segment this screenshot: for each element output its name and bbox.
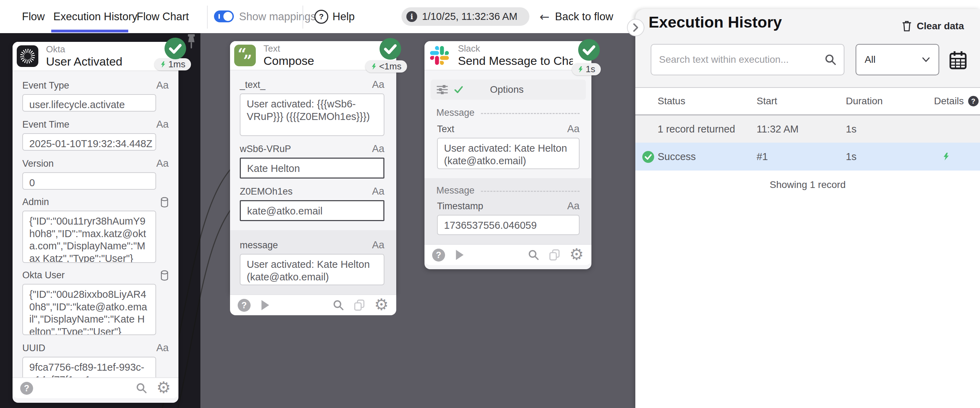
col-status[interactable]: Status [658,96,757,107]
execution-search[interactable] [651,44,845,75]
duration-badge: <1ms [365,61,407,73]
clear-data-button[interactable]: Clear data [902,20,964,32]
gear-icon[interactable]: ⚙ [570,246,584,262]
card-title: User Activated [46,55,123,68]
field-value-admin[interactable]: {"ID":"00u11ryr38hAumY9h0h8","ID":"max.k… [22,210,156,263]
gear-icon[interactable]: ⚙ [374,296,388,312]
field-label: wSb6-VRuP [240,143,291,155]
output-field-label: message [240,240,278,251]
text-type-icon: Aa [156,158,169,169]
field-value-version[interactable]: 0 [22,172,156,190]
app-name: Text [264,44,314,54]
field-value-text-template[interactable]: User activated: {{{wSb6-VRuP}}} ({{{Z0EM… [240,94,384,136]
card-header[interactable]: Okta User Activated 1ms [13,42,178,71]
card-footer: ? ⚙ [425,244,592,265]
help-button[interactable]: ? Help [314,0,355,33]
okta-app-icon [17,45,38,67]
success-check-icon [380,38,401,60]
text-type-icon: Aa [372,79,384,90]
success-check-icon [642,151,654,163]
copy-icon[interactable] [549,249,560,261]
object-type-icon [160,270,169,281]
gear-icon[interactable]: ⚙ [156,379,171,395]
card-title: Compose [264,54,314,67]
search-icon[interactable] [135,382,147,394]
card-header[interactable]: Slack Send Message to Channel 1s [425,41,592,70]
copy-icon[interactable] [353,299,365,311]
text-type-icon: Aa [567,200,579,212]
col-details[interactable]: Details ? [934,96,980,107]
search-input[interactable] [658,54,824,65]
field-label: Version [22,158,54,169]
card-text-compose[interactable]: “ „ Text Compose <1ms _text_ [230,41,396,296]
field-value-email[interactable]: kate@atko.email [240,200,384,221]
col-duration[interactable]: Duration [846,96,934,107]
options-check-icon [454,85,463,94]
play-icon[interactable] [454,249,465,261]
card-okta-user-activated[interactable]: Okta User Activated 1ms [13,42,178,403]
field-value-event-time[interactable]: 2025-01-10T19:32:34.448Z [22,133,156,151]
execution-timestamp: 1/10/25, 11:32:36 AM [422,11,517,22]
tab-flow[interactable]: Flow [22,0,45,33]
back-arrow-icon: ← [539,10,550,24]
card-header[interactable]: “ „ Text Compose <1ms [230,41,396,70]
field-value-uuid[interactable]: 9fca7756-cf89-11ef-993c-e14cf77f1ea1 [22,357,156,377]
group-start: 11:32 AM [757,123,846,135]
help-icon: ? [314,10,328,24]
app-name: Slack [458,44,573,54]
success-check-icon [164,38,186,59]
status-filter-select[interactable]: All [856,44,939,75]
table-row-execution[interactable]: Success #1 1s [635,143,980,171]
text-type-icon: Aa [372,143,384,155]
text-type-icon: Aa [156,119,169,130]
help-icon[interactable]: ? [432,249,445,261]
card-slack-send-message[interactable]: Slack Send Message to Channel 1s [425,41,592,269]
field-label: Admin [22,197,49,207]
output-section: Message Timestamp Aa 1736537556.046059 [425,178,592,244]
field-value-message-output[interactable]: User activated: Kate Helton (kate@atko.e… [240,254,384,285]
field-label: Z0EMOh1es [240,186,293,197]
help-label: Help [332,10,355,23]
bolt-icon [578,65,584,73]
search-icon[interactable] [332,299,344,311]
card-footer: ? ⚙ [230,294,396,315]
field-label: Okta User [22,270,65,281]
field-value-okta-user[interactable]: {"ID":"00u28ixxbo8LiyAR40h8","ID":"kate@… [22,284,156,335]
execution-timestamp-pill[interactable]: i 1/10/25, 11:32:36 AM [401,7,530,26]
field-label: Event Type [22,80,69,91]
chevron-right-icon [632,23,640,32]
tab-execution-history[interactable]: Execution History [53,0,137,33]
details-help-icon[interactable]: ? [968,96,978,106]
help-icon[interactable]: ? [238,299,251,312]
text-type-icon: Aa [372,185,384,197]
field-value-slack-text[interactable]: User activated: Kate Helton (kate@atko.e… [437,138,579,169]
calendar-icon [949,50,967,70]
show-mappings-toggle[interactable] [214,10,234,22]
details-bolt-icon[interactable] [942,151,950,162]
group-duration: 1s [846,123,934,135]
bolt-icon [160,61,166,69]
slack-app-icon [429,45,450,66]
collapse-panel-button[interactable] [627,19,644,36]
back-to-flow-button[interactable]: ← Back to flow [539,0,613,33]
help-icon[interactable]: ? [20,382,33,395]
field-value-slack-timestamp[interactable]: 1736537556.046059 [437,215,579,235]
search-icon[interactable] [528,249,539,261]
card-title: Send Message to Channel [458,54,573,67]
duration-badge: 1ms [154,58,191,70]
col-start[interactable]: Start [757,96,846,107]
options-row[interactable]: Options [431,80,586,100]
table-row-group[interactable]: 1 record returned 11:32 AM 1s [635,115,980,143]
execution-history-panel: Execution History Clear data All [635,9,980,408]
tab-flow-chart[interactable]: Flow Chart [137,0,189,33]
date-filter-button[interactable] [949,50,967,70]
field-value-display-name[interactable]: Kate Helton [240,158,384,178]
field-value-event-type[interactable]: user.lifecycle.activate [22,94,156,112]
toggle-on-bar [218,14,220,19]
play-icon[interactable] [259,299,270,311]
pin-icon[interactable] [186,33,197,52]
search-icon[interactable] [824,53,837,66]
clear-data-label: Clear data [917,21,964,32]
card-footer: ? ⚙ [13,377,178,398]
sliders-icon [436,84,448,95]
